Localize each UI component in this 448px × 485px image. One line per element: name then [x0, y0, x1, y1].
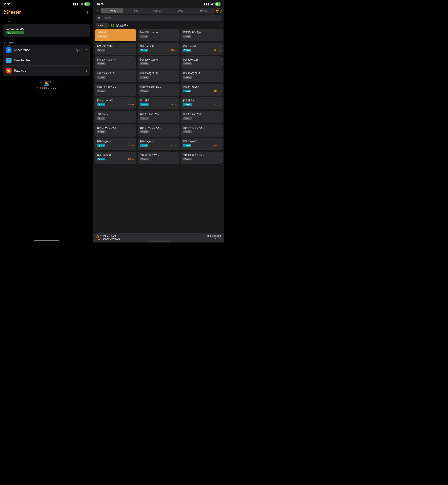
tab-logs[interactable]: Logs: [169, 8, 192, 13]
proxy-card[interactable]: 自动选择URLTest: [95, 29, 136, 41]
filter-icon[interactable]: ▷: [219, 23, 222, 28]
proxy-card[interactable]: 套餐到期 2023-...Trojan: [95, 43, 136, 55]
tab-setting[interactable]: Setting: [192, 8, 215, 13]
tab-connections[interactable]: Conne...: [146, 8, 169, 13]
appearance-icon: ⚙️: [6, 47, 11, 53]
proxy-type-badge: Vmess: [183, 62, 192, 65]
proxy-footer: Vmess: [97, 90, 134, 92]
setting-rate-app[interactable]: ⭐ Rate App ›: [3, 66, 90, 76]
proxy-card[interactable]: 日本测试 2Vmess831 ms: [181, 97, 223, 109]
right-status-right: ▋▋▋ wifi 58+: [204, 2, 221, 6]
proxy-name: 日本-Trojan: [97, 113, 134, 116]
proxy-footer: Vmess: [183, 117, 221, 120]
proxy-name: 新加坡-TrojanⓈ: [97, 99, 134, 102]
proxy-footer: Trojan1,126 ms: [97, 103, 134, 106]
server-section-label: Server: [0, 17, 93, 24]
auto-select-button[interactable]: ♻️ 自动选择 ▾: [111, 24, 128, 27]
proxy-name: 剩余流量：304.99...: [140, 31, 177, 34]
more-button[interactable]: •••: [216, 8, 222, 13]
proxy-footer: Vmess: [183, 158, 221, 160]
settings-list: ⚙️ Appearance System ⌃ ❓ How To Use › ⭐ …: [3, 45, 90, 76]
proxy-card[interactable]: 美国 03(优化 1|V2r...Vmess: [181, 152, 223, 164]
appearance-value: System: [75, 49, 84, 52]
proxy-card[interactable]: 新加坡 03(优化 2...Vmess: [181, 56, 223, 69]
selector-bar: Selector ♻️ 自动选择 ▾ ▷: [93, 23, 224, 29]
proxy-card[interactable]: 香港-TrojanⓈTrojan812 ms: [138, 138, 179, 150]
proxy-type-badge: Trojan: [183, 144, 191, 147]
pause-icon: ⏸: [98, 236, 100, 239]
proxy-name: 新加坡 06(优化 2...: [183, 72, 221, 75]
proxy-name: 美国 02(优化 2|V2...: [140, 154, 177, 156]
how-to-use-chevron-icon: ›: [86, 59, 87, 62]
proxy-card[interactable]: 香港 04(优化 1|V2r...Vmess: [138, 124, 179, 137]
proxy-type-badge: Vmess: [140, 90, 149, 92]
proxy-card[interactable]: 距离下次重置剩余...Trojan: [181, 29, 223, 41]
proxy-card[interactable]: 新加坡 06(优化 2...Vmess: [181, 70, 223, 82]
proxy-card[interactable]: 香港 05(优化 1|V2r...Vmess: [181, 124, 223, 137]
proxy-card[interactable]: 新加坡-TrojanⓈTrojan823 ms: [181, 84, 223, 96]
proxy-footer: Vmess: [140, 158, 177, 160]
proxy-type-badge: Vmess: [140, 117, 149, 120]
proxy-card[interactable]: 新加坡 02(优化 1|V...Vmess: [138, 56, 179, 69]
search-bar[interactable]: 🔍 Search: [96, 15, 222, 21]
appearance-label: Appearance: [14, 48, 75, 52]
traffic-info: Up: 1.7 KB/s Down: 10.0 KB/s: [103, 234, 120, 240]
proxy-type-badge: Trojan: [97, 144, 105, 147]
proxy-card[interactable]: 新加坡 08(优化 1|V...Vmess: [138, 84, 179, 96]
nav-bar: ‹ Proxies Rules Conne... Logs Setting ••…: [93, 7, 224, 15]
tab-proxies[interactable]: Proxies: [101, 8, 123, 13]
proxy-name: 香港-TrojanⓈ: [183, 140, 221, 143]
proxy-card[interactable]: 香港 02(优化 2|V2...Vmess: [181, 111, 223, 123]
proxy-footer: Vmess: [140, 90, 177, 92]
proxy-card[interactable]: 香港 03(优化 1|V2r...Vmess: [95, 124, 136, 137]
how-to-use-icon: ❓: [6, 58, 11, 63]
bottom-bar-left: ⏸ Up: 1.7 KB/s Down: 10.0 KB/s: [96, 234, 120, 240]
proxy-card[interactable]: 美国 02(优化 2|V2...Vmess: [138, 152, 179, 164]
proxy-name: 香港-TrojanⓈ: [140, 140, 177, 143]
download-speed: Down: 10.0 KB/s: [103, 238, 120, 240]
add-button[interactable]: +: [86, 9, 89, 15]
proxy-card[interactable]: 新加坡 01(优化 2|V...Vmess: [95, 56, 136, 69]
proxy-card[interactable]: 新加坡-TrojanⓈTrojan1,126 ms: [95, 97, 136, 109]
upload-speed: Up: 1.7 KB/s: [103, 234, 120, 237]
proxy-card[interactable]: 新加坡 04(优化 2|...Vmess: [95, 70, 136, 82]
proxy-card[interactable]: 台湾-TrojanⓈTrojan801 ms: [181, 43, 223, 55]
proxy-card[interactable]: 香港-TrojanⓈTrojan717 ms: [95, 138, 136, 150]
proxy-footer: Vmess: [183, 62, 221, 65]
proxy-card[interactable]: 新加坡 07(优化 2|...Vmess: [95, 84, 136, 96]
proxy-footer: Vmess: [97, 76, 134, 79]
server-info: 10.0.0.1:9090 200 OK: [6, 27, 24, 34]
proxy-name: 套餐到期 2023-...: [97, 44, 134, 48]
proxy-card[interactable]: 剩余流量：304.99...Trojan: [138, 29, 179, 41]
proxy-card[interactable]: 香港-TrojanⓈTrojan804 ms: [181, 138, 223, 150]
back-button[interactable]: ‹: [96, 8, 99, 14]
proxy-card[interactable]: 香港 01(优化 1|V2r...Vmess: [138, 111, 179, 123]
proxy-name: 香港-TrojanⓈ: [97, 140, 134, 143]
server-name: 10.0.0.1:9090: [6, 27, 24, 31]
bottom-server: 10.0.0.1:9090: [207, 235, 221, 237]
proxy-card[interactable]: 日本测试Vmess1,362 ms: [138, 97, 179, 109]
proxy-card[interactable]: 香港-TrojanⓈTrojan780 ms: [95, 152, 136, 164]
proxy-type-badge: Vmess: [140, 131, 149, 133]
proxy-type-badge: Vmess: [97, 90, 105, 92]
search-input[interactable]: Search: [103, 16, 112, 20]
proxy-card[interactable]: 新加坡 05(优化 2|...Vmess: [138, 70, 179, 82]
setting-how-to-use[interactable]: ❓ How To Use ›: [3, 55, 90, 66]
rate-app-chevron-icon: ›: [86, 69, 87, 73]
proxy-card[interactable]: 台湾-TrojanⓈTrojan280 ms: [138, 43, 179, 55]
proxy-latency: 804 ms: [214, 144, 221, 147]
proxy-type-badge: Vmess: [97, 131, 105, 133]
pause-button[interactable]: ⏸: [96, 235, 101, 240]
tab-rules[interactable]: Rules: [123, 8, 146, 13]
server-card[interactable]: 10.0.0.1:9090 200 OK ›: [3, 24, 90, 37]
more-dots-icon: •••: [217, 9, 221, 12]
nav-tabs: Proxies Rules Conne... Logs Setting: [100, 8, 215, 14]
proxy-latency: 801 ms: [214, 49, 221, 51]
proxy-footer: Vmess: [183, 131, 221, 133]
right-panel: 18:58 ▋▋▋ wifi 58+ ‹ Proxies Rules Conne…: [93, 0, 224, 243]
setting-section-label: SETTING: [0, 38, 93, 45]
url-test-badge: URLTest: [97, 35, 108, 38]
right-status-bar: 18:58 ▋▋▋ wifi 58+: [93, 0, 224, 7]
setting-appearance[interactable]: ⚙️ Appearance System ⌃: [3, 45, 90, 55]
proxy-card[interactable]: 日本-TrojanTrojan: [95, 111, 136, 123]
